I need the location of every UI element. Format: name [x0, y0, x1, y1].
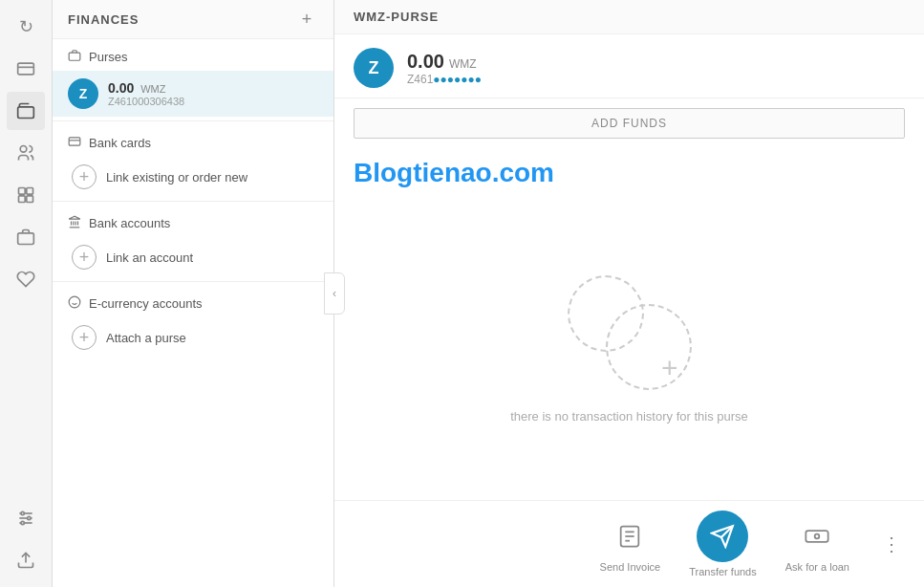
- purse-header-info: 0.00 WMZ Z461●●●●●●●: [407, 51, 905, 86]
- purse-id: Z461000306438: [108, 96, 184, 107]
- empty-state-text: there is no transaction history for this…: [510, 409, 748, 424]
- svg-rect-2: [18, 107, 34, 119]
- divider-3: [53, 281, 333, 282]
- svg-point-14: [21, 521, 24, 524]
- send-invoice-label: Send Invoice: [600, 561, 661, 573]
- main-footer: Send Invoice Transfer funds Ask for a lo…: [334, 500, 924, 587]
- link-card-item[interactable]: + Link existing or order new: [53, 157, 333, 197]
- transfer-funds-action[interactable]: Transfer funds: [689, 511, 757, 577]
- watermark-text: Blogtienao.com: [334, 148, 924, 198]
- link-card-label: Link existing or order new: [106, 170, 247, 185]
- ecurrency-icon: [68, 295, 81, 312]
- attach-purse-button[interactable]: +: [72, 325, 97, 350]
- sidebar-add-button[interactable]: +: [295, 8, 318, 31]
- divider-2: [53, 201, 333, 202]
- svg-point-3: [20, 146, 27, 153]
- add-account-button[interactable]: +: [72, 245, 97, 270]
- svg-rect-17: [69, 138, 80, 145]
- icon-cards[interactable]: [7, 50, 45, 88]
- main-header: WMZ-PURSE: [334, 0, 924, 34]
- icon-exchange[interactable]: [7, 176, 45, 214]
- more-options-button[interactable]: ⋮: [878, 533, 905, 555]
- divider-1: [53, 120, 333, 121]
- icon-hand[interactable]: [7, 260, 45, 298]
- link-account-label: Link an account: [106, 250, 193, 265]
- icon-wallet[interactable]: [7, 92, 45, 130]
- bank-accounts-icon: [68, 215, 81, 231]
- icon-bar: ↻: [0, 0, 53, 587]
- bank-cards-icon: [68, 135, 81, 151]
- sidebar-collapse-button[interactable]: ‹: [324, 272, 345, 315]
- purse-header-avatar: Z: [354, 48, 394, 88]
- svg-rect-0: [18, 63, 34, 75]
- sidebar-content: Purses Z 0.00 WMZ Z461000306438 Bank car…: [53, 39, 333, 587]
- purse-avatar: Z: [68, 78, 98, 109]
- circle-front: [606, 304, 692, 390]
- bank-accounts-label: Bank accounts: [89, 216, 170, 230]
- svg-rect-5: [27, 188, 33, 195]
- send-invoice-icon: [609, 515, 651, 557]
- icon-bar-bottom: [7, 499, 45, 579]
- purse-info: 0.00 WMZ Z461000306438: [108, 80, 184, 107]
- add-card-button[interactable]: +: [72, 164, 97, 189]
- sidebar: FINANCES + Purses Z 0.00 WMZ Z4610003064…: [53, 0, 334, 587]
- empty-circles-graphic: +: [568, 275, 692, 390]
- purse-balance: 0.00 WMZ: [108, 80, 184, 96]
- ask-loan-action[interactable]: Ask for a loan: [785, 515, 849, 573]
- purse-header: Z 0.00 WMZ Z461●●●●●●●: [334, 34, 924, 98]
- circle-plus-icon: +: [661, 354, 678, 382]
- icon-export[interactable]: [7, 541, 45, 579]
- purses-label: Purses: [89, 50, 127, 64]
- sidebar-header: FINANCES +: [53, 0, 333, 39]
- bank-cards-label: Bank cards: [89, 136, 151, 150]
- purses-icon: [68, 49, 81, 65]
- icon-settings[interactable]: [7, 499, 45, 537]
- svg-point-13: [28, 516, 31, 519]
- svg-rect-4: [19, 188, 26, 195]
- bank-accounts-section: Bank accounts: [53, 206, 333, 237]
- main-title: WMZ-PURSE: [354, 10, 439, 24]
- main-content: WMZ-PURSE Z 0.00 WMZ Z461●●●●●●● ADD FUN…: [334, 0, 924, 587]
- sidebar-title: FINANCES: [68, 12, 139, 27]
- icon-refresh[interactable]: ↻: [7, 8, 45, 46]
- attach-purse-label: Attach a purse: [106, 331, 186, 345]
- icon-briefcase[interactable]: [7, 218, 45, 256]
- transfer-funds-label: Transfer funds: [689, 566, 757, 577]
- add-funds-button[interactable]: ADD FUNDS: [354, 108, 905, 139]
- purse-header-id: Z461●●●●●●●: [407, 73, 905, 86]
- svg-rect-7: [27, 196, 33, 203]
- ecurrency-section: E-currency accounts: [53, 286, 333, 317]
- bank-cards-section: Bank cards: [53, 125, 333, 157]
- link-account-item[interactable]: + Link an account: [53, 237, 333, 277]
- ask-loan-icon: [796, 515, 838, 557]
- empty-state: + there is no transaction history for th…: [334, 198, 924, 500]
- svg-rect-16: [69, 53, 80, 60]
- ecurrency-label: E-currency accounts: [89, 296, 203, 311]
- purse-header-balance: 0.00 WMZ: [407, 51, 905, 73]
- ask-loan-label: Ask for a loan: [785, 561, 849, 573]
- icon-people[interactable]: [7, 134, 45, 172]
- transfer-funds-icon: [697, 511, 748, 562]
- send-invoice-action[interactable]: Send Invoice: [600, 515, 661, 573]
- attach-purse-item[interactable]: + Attach a purse: [53, 317, 333, 358]
- svg-rect-6: [19, 196, 26, 203]
- purse-item[interactable]: Z 0.00 WMZ Z461000306438: [53, 71, 333, 117]
- svg-point-12: [21, 511, 24, 514]
- svg-marker-24: [69, 216, 80, 219]
- svg-rect-8: [18, 233, 34, 245]
- purses-section-label: Purses: [53, 39, 333, 71]
